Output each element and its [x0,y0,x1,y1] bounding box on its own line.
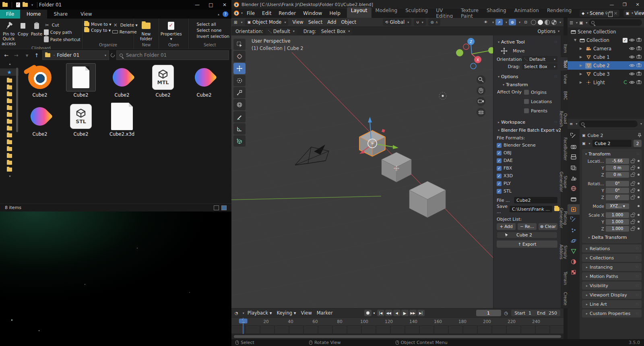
stopwatch-icon[interactable]: ◷ [504,311,508,316]
checkbox-unchecked[interactable] [524,108,529,113]
pinned-folder-icon[interactable] [7,92,12,96]
rail-scrollbar[interactable] [16,68,18,132]
hide-eye-icon[interactable] [629,46,635,52]
format-option-fbx[interactable]: ✓FBX [497,164,557,172]
navigation-gizmo[interactable]: Z X [456,38,493,69]
properties-search[interactable] [579,120,638,127]
collection-checkbox[interactable]: ✓ [623,38,627,43]
checkbox-checked[interactable]: ✓ [497,143,502,148]
minimize-button[interactable]: — [605,0,618,9]
editor-type-icon[interactable]: ⊞ [234,20,237,25]
workspace-tab-shading[interactable]: Shading [483,7,510,19]
tab-collection[interactable] [568,194,580,204]
pinned-folder-icon[interactable] [7,85,12,89]
pinned-folder-icon[interactable] [7,113,12,117]
outliner-item-camera[interactable]: ▶Camera [568,44,644,53]
browse-folder-icon[interactable] [554,207,559,211]
menu-window[interactable]: Window [300,10,325,16]
pinned-folder-icon[interactable] [7,147,12,151]
save-path-input[interactable]: C:\Users\Frank ... [510,206,552,212]
thumbnail-view-icon[interactable] [221,205,227,210]
timeline-menu-marker[interactable]: Marker [317,310,333,316]
ribbon-button-copy[interactable]: Copy [17,20,29,36]
ribbon-button-pin-to-quick-access[interactable]: Pin to Quick access [2,20,16,46]
pinned-folder-icon[interactable] [7,154,12,158]
copy-icon[interactable] [609,11,613,15]
add-primitive-tool[interactable] [233,135,246,147]
close-button[interactable]: ✕ [218,0,231,10]
delta-transform-header[interactable]: ▸ Delta Transform [584,234,640,241]
sidebar-tab-shape-generator[interactable]: Shape Generator [561,165,568,199]
hide-eye-icon[interactable] [629,80,635,85]
file-item[interactable]: Cube2 [20,103,60,142]
hide-eye-icon[interactable] [629,54,635,60]
editor-type-icon[interactable]: ≡ [570,122,573,126]
animate-dot-icon[interactable] [638,205,640,207]
tab-file[interactable]: File [0,10,20,19]
overlays-toggle-icon[interactable]: ◍ [509,19,516,25]
help-icon[interactable]: ? [223,11,228,17]
details-view-icon[interactable] [214,205,219,210]
lock-icon[interactable] [631,174,634,177]
tab-tool[interactable] [568,131,580,141]
sidebar-tab-plating-generator[interactable]: Plating Generator [561,200,568,236]
menu-file[interactable]: File [244,10,258,16]
chevron-down-icon[interactable]: ▾ [105,54,106,57]
disable-render-icon[interactable] [636,54,642,60]
timeline-scrollbar[interactable] [231,334,564,339]
workspace-tab-texture-paint[interactable]: Texture Paint [457,7,483,19]
pinned-folder-icon[interactable] [7,79,12,83]
value-field[interactable]: 0° [606,195,629,200]
transform-orientation-selector[interactable]: ⟲ Global ▾ [383,19,411,26]
affect-option-origins[interactable]: Origins [524,89,552,96]
pinned-folder-icon[interactable] [7,120,12,124]
clear-button[interactable]: ⊗Clear [539,223,557,230]
outliner-item-light[interactable]: ▶Light [568,78,644,87]
snap-toggle[interactable]: ∪ ▾ [414,19,426,26]
options-panel-header[interactable]: ▾ Options ∷ [497,73,557,81]
panel-relations[interactable]: ▸Relations∷ [582,244,642,253]
scene-selector[interactable]: ◆ ▾ Scene ⚲ ✕ [580,10,619,17]
tab-material[interactable] [568,257,580,267]
light-object[interactable] [439,92,446,99]
expand-icon[interactable]: ▶ [580,64,584,67]
panel-line-art[interactable]: ▸Line Art∷ [582,300,642,308]
tab-physics[interactable] [568,236,580,246]
transform-subpanel-header[interactable]: ▾ Transform [497,81,557,89]
value-field[interactable]: 1.000 [606,212,629,218]
checkbox-checked[interactable]: ✓ [497,166,502,171]
checkbox-unchecked[interactable] [524,99,529,104]
expand-icon[interactable]: ▶ [580,72,584,76]
transform-panel-header[interactable]: ▾ Transform ∷ [584,150,640,157]
affect-option-locations[interactable]: Locations [524,98,552,105]
value-field[interactable]: XYZ... ▾ [606,203,629,209]
breadcrumb-object[interactable]: Cube 2 [588,133,603,138]
checkbox-checked[interactable]: ✓ [497,189,502,194]
pinned-folder-icon[interactable] [7,161,12,165]
start-value[interactable]: 1 [528,311,531,316]
menu-help[interactable]: Help [326,10,343,16]
file-item[interactable]: Cube2 [20,64,60,103]
chevron-up-icon[interactable]: ▴ [9,62,10,66]
play-reverse-button[interactable]: ◀ [393,310,400,316]
sidebar-tab-create[interactable]: Create [561,289,568,308]
pin-icon[interactable] [638,133,642,138]
animate-dot-icon[interactable] [638,182,640,184]
value-field[interactable]: 1.000 [606,219,629,225]
lock-icon[interactable] [631,221,634,224]
back-button[interactable]: ← [2,52,10,58]
animate-dot-icon[interactable] [638,221,640,223]
format-option-x3d[interactable]: ✓X3D [497,172,557,180]
measure-tool[interactable] [233,123,246,135]
expand-icon[interactable]: ▼ [574,38,578,42]
file-item[interactable]: Cube2 [184,64,224,103]
zoom-control[interactable] [477,75,485,84]
tab-particles[interactable] [568,225,580,236]
forward-button[interactable]: → [12,52,20,58]
timeline-menu-playback[interactable]: Playback ▾ [248,310,272,316]
tab-object[interactable] [568,204,580,215]
ribbon-button-copy-path[interactable]: Copy path [44,29,80,35]
new-folder-shortcut-icon[interactable] [23,3,28,7]
workspace-tab-animation[interactable]: Animation [510,7,543,19]
panel-instancing[interactable]: ▸Instancing∷ [582,263,642,271]
